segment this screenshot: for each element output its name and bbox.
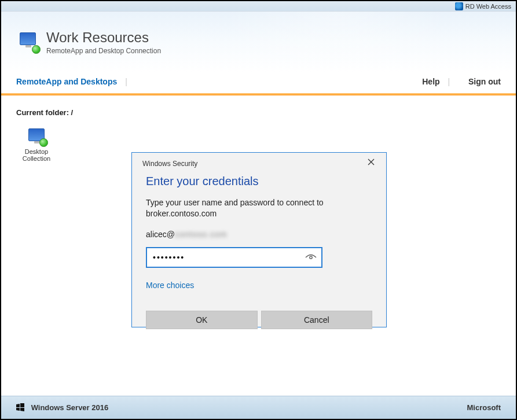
banner: Work Resources RemoteApp and Desktop Con…	[1, 12, 516, 72]
dialog-heading: Enter your credentials	[146, 175, 372, 188]
close-icon	[368, 159, 375, 165]
page-title: Work Resources	[46, 30, 161, 46]
help-link[interactable]: Help	[422, 77, 439, 86]
more-choices-link[interactable]: More choices	[146, 281, 372, 290]
cancel-button[interactable]: Cancel	[261, 311, 373, 329]
page-subtitle: RemoteApp and Desktop Connection	[46, 47, 161, 55]
windows-logo-icon	[16, 403, 24, 411]
username-display: alicec@contoso.com	[146, 230, 372, 239]
work-resources-icon	[16, 31, 41, 54]
desktop-collection-icon	[26, 127, 47, 146]
footer-left-text: Windows Server 2016	[31, 403, 109, 412]
ok-button[interactable]: OK	[146, 311, 258, 329]
password-input[interactable]	[153, 253, 300, 262]
close-button[interactable]	[363, 157, 379, 170]
dialog-window-title: Windows Security	[142, 160, 197, 168]
app-icon-label: Desktop Collection	[16, 148, 57, 162]
tab-remoteapp-desktops[interactable]: RemoteApp and Desktops	[16, 77, 117, 86]
reveal-password-button[interactable]	[305, 253, 317, 261]
dialog-message: Type your user name and password to conn…	[146, 197, 372, 219]
nav-separator: |	[125, 77, 127, 86]
rd-web-access-icon	[455, 2, 463, 10]
footer: Windows Server 2016 Microsoft	[1, 396, 516, 419]
footer-right-text: Microsoft	[467, 403, 501, 412]
svg-point-2	[310, 256, 312, 259]
top-bar: RD Web Access	[1, 1, 516, 12]
current-folder-label: Current folder: /	[16, 108, 501, 117]
password-field-wrapper	[146, 247, 322, 268]
eye-icon	[305, 253, 317, 261]
sign-out-link[interactable]: Sign out	[468, 77, 501, 86]
nav-row: RemoteApp and Desktops | Help | Sign out	[1, 72, 516, 93]
app-icon-desktop-collection[interactable]: Desktop Collection	[16, 127, 57, 162]
credentials-dialog: Windows Security Enter your credentials …	[131, 152, 387, 327]
top-bar-label: RD Web Access	[465, 3, 511, 10]
nav-separator: |	[448, 77, 450, 86]
